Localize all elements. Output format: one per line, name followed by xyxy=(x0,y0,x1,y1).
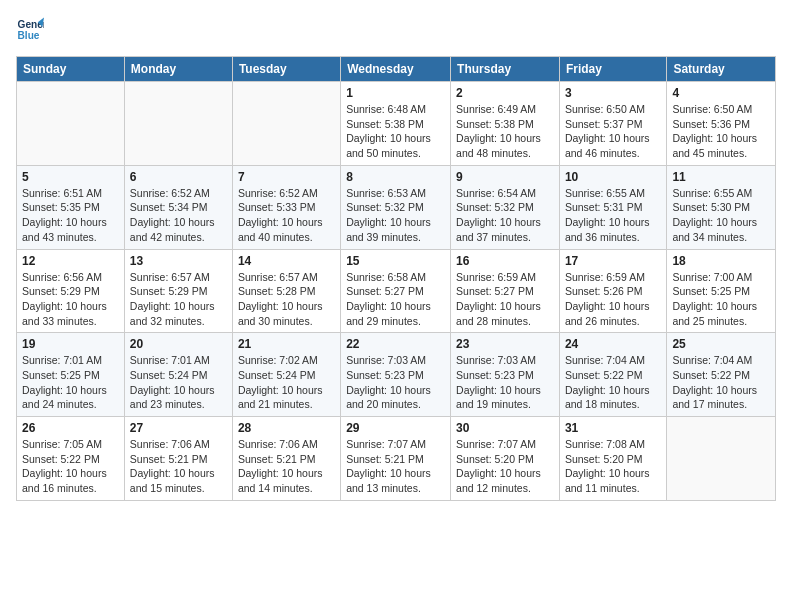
header-row: SundayMondayTuesdayWednesdayThursdayFrid… xyxy=(17,57,776,82)
day-info: Sunrise: 7:04 AMSunset: 5:22 PMDaylight:… xyxy=(565,353,661,412)
day-number: 21 xyxy=(238,337,335,351)
day-cell: 13Sunrise: 6:57 AMSunset: 5:29 PMDayligh… xyxy=(124,249,232,333)
day-number: 1 xyxy=(346,86,445,100)
day-info: Sunrise: 6:49 AMSunset: 5:38 PMDaylight:… xyxy=(456,102,554,161)
day-info: Sunrise: 6:50 AMSunset: 5:36 PMDaylight:… xyxy=(672,102,770,161)
day-number: 7 xyxy=(238,170,335,184)
day-cell: 16Sunrise: 6:59 AMSunset: 5:27 PMDayligh… xyxy=(451,249,560,333)
day-info: Sunrise: 7:02 AMSunset: 5:24 PMDaylight:… xyxy=(238,353,335,412)
svg-text:Blue: Blue xyxy=(18,30,40,41)
day-cell: 19Sunrise: 7:01 AMSunset: 5:25 PMDayligh… xyxy=(17,333,125,417)
day-cell: 26Sunrise: 7:05 AMSunset: 5:22 PMDayligh… xyxy=(17,417,125,501)
day-cell: 12Sunrise: 6:56 AMSunset: 5:29 PMDayligh… xyxy=(17,249,125,333)
day-info: Sunrise: 6:55 AMSunset: 5:31 PMDaylight:… xyxy=(565,186,661,245)
day-cell xyxy=(17,82,125,166)
day-number: 23 xyxy=(456,337,554,351)
day-info: Sunrise: 7:01 AMSunset: 5:25 PMDaylight:… xyxy=(22,353,119,412)
day-number: 10 xyxy=(565,170,661,184)
day-cell: 27Sunrise: 7:06 AMSunset: 5:21 PMDayligh… xyxy=(124,417,232,501)
day-number: 14 xyxy=(238,254,335,268)
day-cell: 23Sunrise: 7:03 AMSunset: 5:23 PMDayligh… xyxy=(451,333,560,417)
day-cell: 5Sunrise: 6:51 AMSunset: 5:35 PMDaylight… xyxy=(17,165,125,249)
column-header-tuesday: Tuesday xyxy=(232,57,340,82)
day-info: Sunrise: 7:04 AMSunset: 5:22 PMDaylight:… xyxy=(672,353,770,412)
day-cell: 25Sunrise: 7:04 AMSunset: 5:22 PMDayligh… xyxy=(667,333,776,417)
day-number: 11 xyxy=(672,170,770,184)
column-header-monday: Monday xyxy=(124,57,232,82)
day-number: 27 xyxy=(130,421,227,435)
day-number: 3 xyxy=(565,86,661,100)
column-header-friday: Friday xyxy=(559,57,666,82)
calendar-table: SundayMondayTuesdayWednesdayThursdayFrid… xyxy=(16,56,776,501)
day-cell: 6Sunrise: 6:52 AMSunset: 5:34 PMDaylight… xyxy=(124,165,232,249)
day-cell: 8Sunrise: 6:53 AMSunset: 5:32 PMDaylight… xyxy=(341,165,451,249)
day-info: Sunrise: 7:07 AMSunset: 5:20 PMDaylight:… xyxy=(456,437,554,496)
day-cell: 9Sunrise: 6:54 AMSunset: 5:32 PMDaylight… xyxy=(451,165,560,249)
day-number: 16 xyxy=(456,254,554,268)
day-cell: 31Sunrise: 7:08 AMSunset: 5:20 PMDayligh… xyxy=(559,417,666,501)
column-header-saturday: Saturday xyxy=(667,57,776,82)
day-cell: 10Sunrise: 6:55 AMSunset: 5:31 PMDayligh… xyxy=(559,165,666,249)
column-header-wednesday: Wednesday xyxy=(341,57,451,82)
day-cell: 28Sunrise: 7:06 AMSunset: 5:21 PMDayligh… xyxy=(232,417,340,501)
day-number: 2 xyxy=(456,86,554,100)
day-number: 22 xyxy=(346,337,445,351)
day-info: Sunrise: 7:01 AMSunset: 5:24 PMDaylight:… xyxy=(130,353,227,412)
day-info: Sunrise: 7:06 AMSunset: 5:21 PMDaylight:… xyxy=(130,437,227,496)
day-info: Sunrise: 6:57 AMSunset: 5:28 PMDaylight:… xyxy=(238,270,335,329)
day-number: 9 xyxy=(456,170,554,184)
day-cell xyxy=(667,417,776,501)
column-header-sunday: Sunday xyxy=(17,57,125,82)
day-info: Sunrise: 7:07 AMSunset: 5:21 PMDaylight:… xyxy=(346,437,445,496)
day-info: Sunrise: 6:48 AMSunset: 5:38 PMDaylight:… xyxy=(346,102,445,161)
day-info: Sunrise: 6:59 AMSunset: 5:27 PMDaylight:… xyxy=(456,270,554,329)
day-cell: 22Sunrise: 7:03 AMSunset: 5:23 PMDayligh… xyxy=(341,333,451,417)
day-number: 15 xyxy=(346,254,445,268)
logo: General Blue xyxy=(16,16,44,44)
day-cell: 18Sunrise: 7:00 AMSunset: 5:25 PMDayligh… xyxy=(667,249,776,333)
week-row-1: 1Sunrise: 6:48 AMSunset: 5:38 PMDaylight… xyxy=(17,82,776,166)
day-number: 6 xyxy=(130,170,227,184)
day-number: 29 xyxy=(346,421,445,435)
day-number: 8 xyxy=(346,170,445,184)
day-info: Sunrise: 6:54 AMSunset: 5:32 PMDaylight:… xyxy=(456,186,554,245)
day-info: Sunrise: 6:56 AMSunset: 5:29 PMDaylight:… xyxy=(22,270,119,329)
day-cell xyxy=(232,82,340,166)
day-info: Sunrise: 6:53 AMSunset: 5:32 PMDaylight:… xyxy=(346,186,445,245)
day-number: 18 xyxy=(672,254,770,268)
day-info: Sunrise: 6:59 AMSunset: 5:26 PMDaylight:… xyxy=(565,270,661,329)
week-row-4: 19Sunrise: 7:01 AMSunset: 5:25 PMDayligh… xyxy=(17,333,776,417)
day-cell: 2Sunrise: 6:49 AMSunset: 5:38 PMDaylight… xyxy=(451,82,560,166)
day-info: Sunrise: 7:03 AMSunset: 5:23 PMDaylight:… xyxy=(346,353,445,412)
day-info: Sunrise: 6:55 AMSunset: 5:30 PMDaylight:… xyxy=(672,186,770,245)
day-number: 28 xyxy=(238,421,335,435)
page-header: General Blue xyxy=(16,16,776,44)
day-number: 20 xyxy=(130,337,227,351)
column-header-thursday: Thursday xyxy=(451,57,560,82)
week-row-5: 26Sunrise: 7:05 AMSunset: 5:22 PMDayligh… xyxy=(17,417,776,501)
day-info: Sunrise: 6:52 AMSunset: 5:34 PMDaylight:… xyxy=(130,186,227,245)
day-info: Sunrise: 6:52 AMSunset: 5:33 PMDaylight:… xyxy=(238,186,335,245)
day-number: 13 xyxy=(130,254,227,268)
day-info: Sunrise: 6:58 AMSunset: 5:27 PMDaylight:… xyxy=(346,270,445,329)
day-cell: 11Sunrise: 6:55 AMSunset: 5:30 PMDayligh… xyxy=(667,165,776,249)
day-number: 4 xyxy=(672,86,770,100)
day-info: Sunrise: 7:05 AMSunset: 5:22 PMDaylight:… xyxy=(22,437,119,496)
day-info: Sunrise: 6:50 AMSunset: 5:37 PMDaylight:… xyxy=(565,102,661,161)
day-cell: 3Sunrise: 6:50 AMSunset: 5:37 PMDaylight… xyxy=(559,82,666,166)
day-number: 12 xyxy=(22,254,119,268)
day-cell: 7Sunrise: 6:52 AMSunset: 5:33 PMDaylight… xyxy=(232,165,340,249)
day-info: Sunrise: 7:00 AMSunset: 5:25 PMDaylight:… xyxy=(672,270,770,329)
day-cell: 14Sunrise: 6:57 AMSunset: 5:28 PMDayligh… xyxy=(232,249,340,333)
day-cell: 1Sunrise: 6:48 AMSunset: 5:38 PMDaylight… xyxy=(341,82,451,166)
day-number: 19 xyxy=(22,337,119,351)
logo-icon: General Blue xyxy=(16,16,44,44)
day-cell: 17Sunrise: 6:59 AMSunset: 5:26 PMDayligh… xyxy=(559,249,666,333)
day-info: Sunrise: 7:06 AMSunset: 5:21 PMDaylight:… xyxy=(238,437,335,496)
day-number: 24 xyxy=(565,337,661,351)
day-cell: 24Sunrise: 7:04 AMSunset: 5:22 PMDayligh… xyxy=(559,333,666,417)
day-number: 17 xyxy=(565,254,661,268)
day-number: 30 xyxy=(456,421,554,435)
day-number: 26 xyxy=(22,421,119,435)
day-info: Sunrise: 7:08 AMSunset: 5:20 PMDaylight:… xyxy=(565,437,661,496)
